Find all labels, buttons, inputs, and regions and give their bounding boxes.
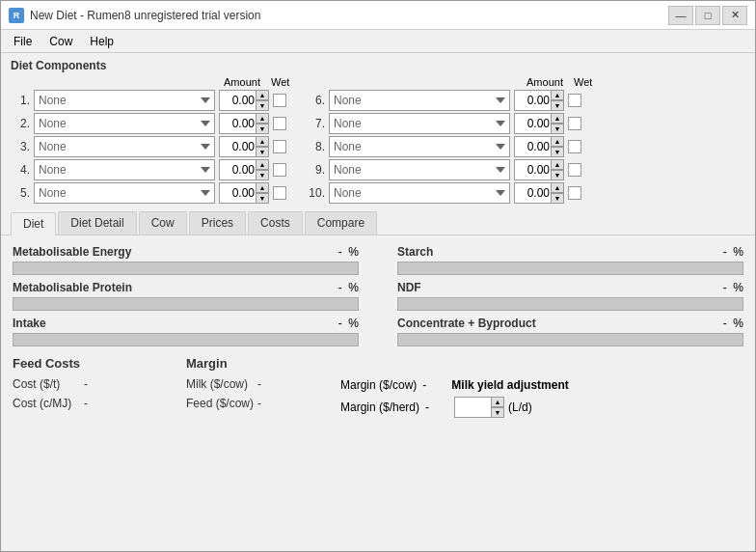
- section-title: Diet Components: [11, 59, 745, 72]
- spin-down-1[interactable]: ▼: [256, 100, 269, 111]
- metric-value: - %: [723, 245, 743, 259]
- main-window: R New Diet - Rumen8 unregistered trial v…: [0, 0, 756, 552]
- right-margin-section: Margin ($/cow) - Milk yield adjustment M…: [321, 356, 743, 418]
- wet-checkbox-9[interactable]: [568, 163, 581, 177]
- wet-checkbox-5[interactable]: [273, 186, 286, 200]
- metric-metabolisable-energy: Metabolisable Energy - %: [13, 245, 359, 275]
- table-row: 10. None ▲ ▼: [306, 182, 581, 204]
- margin-section: Margin Milk ($/cow) - Feed ($/cow) -: [167, 356, 321, 413]
- component-select-8[interactable]: None: [329, 136, 510, 157]
- component-select-10[interactable]: None: [329, 182, 510, 204]
- metric-dash: -: [338, 317, 342, 330]
- milk-yield-spin-btns: ▲ ▼: [491, 397, 504, 418]
- menu-file[interactable]: File: [5, 31, 40, 52]
- wet-checkbox-8[interactable]: [568, 140, 581, 153]
- component-select-2[interactable]: None: [34, 113, 215, 134]
- spin-down-9[interactable]: ▼: [551, 170, 564, 180]
- row-num-7: 7.: [306, 117, 325, 130]
- metric-intake: Intake - %: [13, 317, 359, 346]
- margin-label-1: Milk ($/cow): [186, 377, 254, 391]
- metric-value: - %: [723, 281, 743, 294]
- close-button[interactable]: ✕: [722, 6, 747, 25]
- right-margin-row-2: Margin ($/herd) - 30.0 ▲ ▼ (L/d): [340, 397, 743, 418]
- spin-down-8[interactable]: ▼: [551, 147, 564, 157]
- spin-btns-1: ▲ ▼: [256, 90, 269, 111]
- bottom-section: Feed Costs Cost ($/t) - Cost (c/MJ) - Ma…: [13, 356, 743, 418]
- amount-wrapper-2: ▲ ▼: [219, 113, 269, 134]
- metric-bar-intake: [13, 333, 359, 346]
- wet-checkbox-7[interactable]: [568, 117, 581, 130]
- spin-down-6[interactable]: ▼: [551, 100, 564, 111]
- spin-up-7[interactable]: ▲: [551, 113, 564, 124]
- component-select-3[interactable]: None: [34, 136, 215, 157]
- spacer: [340, 356, 743, 375]
- tab-costs[interactable]: Costs: [248, 211, 303, 235]
- table-row: 1. None ▲ ▼: [11, 90, 286, 111]
- spin-btns-9: ▲ ▼: [551, 159, 564, 180]
- maximize-button[interactable]: □: [695, 6, 720, 25]
- component-select-5[interactable]: None: [34, 182, 215, 204]
- metric-bar-ndf: [397, 297, 743, 311]
- amount-wrapper-9: ▲ ▼: [514, 159, 564, 180]
- spin-down-10[interactable]: ▼: [551, 193, 564, 204]
- wet-checkbox-2[interactable]: [273, 117, 286, 130]
- cost-label-2: Cost (c/MJ): [13, 397, 80, 410]
- spin-down-4[interactable]: ▼: [256, 170, 269, 180]
- spin-up-8[interactable]: ▲: [551, 136, 564, 147]
- cost-value-1: -: [84, 377, 88, 391]
- margin-row-2: Feed ($/cow) -: [186, 394, 321, 413]
- tab-compare[interactable]: Compare: [305, 211, 377, 235]
- wet-checkbox-10[interactable]: [568, 186, 581, 200]
- menu-cow[interactable]: Cow: [40, 31, 81, 52]
- row-num-1: 1.: [11, 94, 30, 107]
- spin-up-10[interactable]: ▲: [551, 182, 564, 193]
- spin-down-7[interactable]: ▼: [551, 124, 564, 134]
- spin-down-5[interactable]: ▼: [256, 193, 269, 204]
- margin-label-2: Feed ($/cow): [186, 397, 254, 410]
- spin-btns-7: ▲ ▼: [551, 113, 564, 134]
- wet-checkbox-6[interactable]: [568, 94, 581, 107]
- wet-header-left: Wet: [271, 76, 284, 88]
- spin-down-2[interactable]: ▼: [256, 124, 269, 134]
- table-row: 9. None ▲ ▼: [306, 159, 581, 180]
- milk-yield-spin-up[interactable]: ▲: [491, 397, 504, 407]
- menu-bar: File Cow Help: [1, 30, 755, 53]
- spin-btns-5: ▲ ▼: [256, 182, 269, 204]
- minimize-button[interactable]: —: [668, 6, 693, 25]
- component-select-7[interactable]: None: [329, 113, 510, 134]
- metric-metabolisable-protein: Metabolisable Protein - %: [13, 281, 359, 311]
- component-select-4[interactable]: None: [34, 159, 215, 180]
- component-select-6[interactable]: None: [329, 90, 510, 111]
- amount-wrapper-10: ▲ ▼: [514, 182, 564, 204]
- spin-up-3[interactable]: ▲: [256, 136, 269, 147]
- metric-bar-concentrate: [397, 333, 743, 346]
- wet-checkbox-4[interactable]: [273, 163, 286, 177]
- window-title: New Diet - Rumen8 unregistered trial ver…: [30, 9, 260, 22]
- components-col-right: 6. None ▲ ▼ 7. None: [306, 90, 581, 204]
- cost-label-1: Cost ($/t): [13, 377, 80, 391]
- wet-checkbox-3[interactable]: [273, 140, 286, 153]
- metric-label: Starch: [397, 245, 433, 259]
- spin-up-9[interactable]: ▲: [551, 159, 564, 170]
- spin-up-1[interactable]: ▲: [256, 90, 269, 100]
- row-num-9: 9.: [306, 163, 325, 177]
- spin-down-3[interactable]: ▼: [256, 147, 269, 157]
- tab-diet[interactable]: Diet: [11, 212, 56, 235]
- wet-checkbox-1[interactable]: [273, 94, 286, 107]
- metric-label: Metabolisable Energy: [13, 245, 131, 259]
- title-bar-left: R New Diet - Rumen8 unregistered trial v…: [9, 8, 260, 23]
- tab-cow[interactable]: Cow: [139, 211, 187, 235]
- component-select-9[interactable]: None: [329, 159, 510, 180]
- component-select-1[interactable]: None: [34, 90, 215, 111]
- metric-pct: %: [348, 317, 359, 330]
- spin-up-4[interactable]: ▲: [256, 159, 269, 170]
- tab-diet-detail[interactable]: Diet Detail: [58, 211, 136, 235]
- spin-up-2[interactable]: ▲: [256, 113, 269, 124]
- spin-up-5[interactable]: ▲: [256, 182, 269, 193]
- tab-prices[interactable]: Prices: [189, 211, 246, 235]
- milk-yield-spin-down[interactable]: ▼: [491, 407, 504, 418]
- row-num-8: 8.: [306, 140, 325, 153]
- spin-up-6[interactable]: ▲: [551, 90, 564, 100]
- menu-help[interactable]: Help: [81, 31, 122, 52]
- metric-pct: %: [733, 281, 743, 294]
